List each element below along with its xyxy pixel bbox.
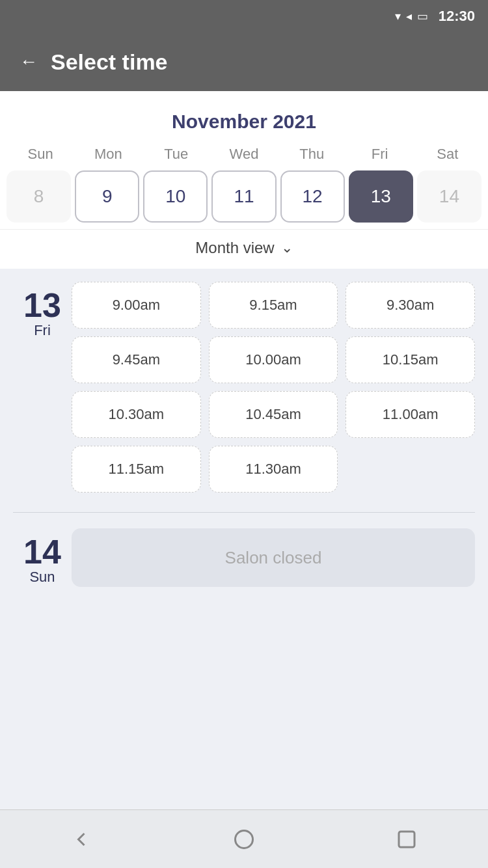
date-cell-8: 8: [7, 170, 71, 223]
svg-rect-1: [399, 832, 414, 847]
calendar-section: November 2021 SunMonTueWedThuFriSat 8910…: [0, 91, 488, 269]
nav-home-button[interactable]: [228, 823, 260, 856]
slots-grid-13: 9.00am9.15am9.30am9.45am10.00am10.15am10…: [72, 282, 475, 493]
day-number-13: 13: [23, 288, 61, 322]
nav-bar: [0, 809, 488, 868]
day-block-13: 13 Fri 9.00am9.15am9.30am9.45am10.00am10…: [13, 282, 475, 493]
weekday-label-thu: Thu: [278, 143, 346, 165]
back-button[interactable]: ←: [20, 51, 38, 72]
date-cell-9[interactable]: 9: [75, 170, 139, 223]
timeslots-section: 13 Fri 9.00am9.15am9.30am9.45am10.00am10…: [0, 269, 488, 809]
time-slot-1130am[interactable]: 11.30am: [209, 446, 338, 493]
date-cell-10[interactable]: 10: [143, 170, 208, 223]
header: ← Select time: [0, 33, 488, 91]
time-slot-1000am[interactable]: 10.00am: [209, 336, 338, 383]
day-name-14: Sun: [29, 569, 55, 586]
time-slot-1115am[interactable]: 11.15am: [72, 446, 201, 493]
weekday-label-tue: Tue: [142, 143, 210, 165]
day-number-14: 14: [23, 535, 61, 569]
status-time: 12:30: [439, 8, 475, 25]
weekday-label-mon: Mon: [74, 143, 142, 165]
day-label-14: 14 Sun: [13, 528, 72, 587]
weekday-label-sat: Sat: [414, 143, 481, 165]
nav-back-button[interactable]: [65, 823, 98, 856]
date-cell-12[interactable]: 12: [280, 170, 345, 223]
day-name-13: Fri: [34, 322, 51, 339]
time-slot-1015am[interactable]: 10.15am: [346, 336, 475, 383]
time-slot-1045am[interactable]: 10.45am: [209, 391, 338, 438]
weekday-row: SunMonTueWedThuFriSat: [0, 143, 488, 165]
battery-icon: ▭: [417, 9, 428, 23]
weekday-label-sun: Sun: [7, 143, 74, 165]
nav-recent-button[interactable]: [390, 823, 423, 856]
chevron-down-icon: ⌄: [281, 239, 293, 256]
day-label-13: 13 Fri: [13, 282, 72, 493]
signal-icon: ◂: [406, 9, 412, 23]
date-cell-11[interactable]: 11: [211, 170, 276, 223]
divider: [13, 512, 475, 513]
salon-closed-message: Salon closed: [72, 528, 475, 587]
time-slot-915am[interactable]: 9.15am: [209, 282, 338, 329]
month-view-toggle[interactable]: Month view ⌄: [0, 229, 488, 269]
weekday-label-wed: Wed: [210, 143, 278, 165]
time-slot-930am[interactable]: 9.30am: [346, 282, 475, 329]
time-slot-1030am[interactable]: 10.30am: [72, 391, 201, 438]
nav-back-icon: [70, 828, 93, 851]
date-cell-14: 14: [417, 170, 481, 223]
nav-home-icon: [232, 828, 256, 851]
date-cell-13[interactable]: 13: [349, 170, 413, 223]
time-slot-945am[interactable]: 9.45am: [72, 336, 201, 383]
month-view-label: Month view: [195, 239, 274, 257]
status-bar: ▾ ◂ ▭ 12:30: [0, 0, 488, 33]
time-slot-1100am[interactable]: 11.00am: [346, 391, 475, 438]
svg-point-0: [236, 830, 253, 848]
wifi-icon: ▾: [395, 9, 401, 23]
time-slot-900am[interactable]: 9.00am: [72, 282, 201, 329]
weekday-label-fri: Fri: [346, 143, 413, 165]
day-block-14: 14 Sun Salon closed: [13, 528, 475, 587]
month-title: November 2021: [0, 104, 488, 143]
dates-row: 891011121314: [0, 170, 488, 223]
page-title: Select time: [51, 49, 168, 75]
nav-recent-icon: [395, 828, 418, 851]
